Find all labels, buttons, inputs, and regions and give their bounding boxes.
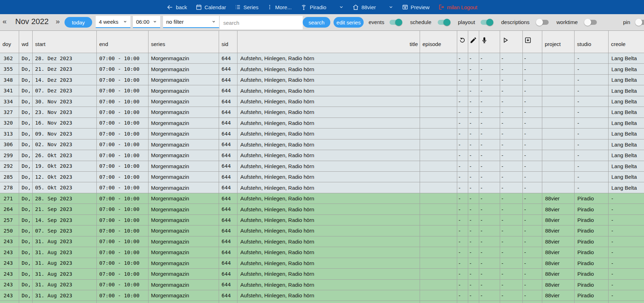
table-row[interactable]: 348Do,14. Dez 202307:00 - 10:00Morgenmag… xyxy=(0,75,644,85)
nav-calendar[interactable]: Calendar xyxy=(196,4,226,10)
flag-cell: - xyxy=(468,215,479,225)
logout-label: milan Logout xyxy=(447,4,477,10)
flag-cell: - xyxy=(500,301,523,303)
cell-series: Morgenmagazin xyxy=(149,118,219,128)
table-row[interactable]: 250Do,07. Sep 202307:00 - 10:00Morgenmag… xyxy=(0,225,644,236)
flag-cell: - xyxy=(523,301,542,303)
column-header-creole[interactable]: creole xyxy=(609,31,644,53)
toggle-events[interactable] xyxy=(389,19,402,26)
cell-episode xyxy=(420,53,457,63)
nav-more[interactable]: More... xyxy=(267,4,292,10)
preview-button[interactable]: Preview xyxy=(402,4,430,10)
back-label: back xyxy=(176,4,187,10)
search-button[interactable]: search xyxy=(303,17,330,28)
column-header-box-arrow-icon[interactable] xyxy=(523,31,542,53)
station-menu[interactable]: Piradio xyxy=(300,4,344,11)
column-header-series[interactable]: series xyxy=(149,31,219,53)
logout-button[interactable]: milan Logout xyxy=(438,4,477,10)
cell-start: 14. Dez 2023 xyxy=(33,75,97,85)
cell-studio: Piradio xyxy=(575,290,609,301)
flag-cell: - xyxy=(468,280,479,290)
table-row[interactable]: 243Do,31. Aug 202307:00 - 10:00Morgenmag… xyxy=(0,247,644,258)
toggle-pin[interactable] xyxy=(635,19,644,26)
table-row[interactable]: 334Do,30. Nov 202307:00 - 10:00Morgenmag… xyxy=(0,96,644,107)
cell-project xyxy=(542,182,575,193)
column-header-title[interactable]: title xyxy=(237,31,420,53)
column-header-doy[interactable]: doy xyxy=(0,31,19,53)
table-row[interactable]: 362Do,28. Dez 202307:00 - 10:00Morgenmag… xyxy=(0,53,644,64)
column-header-studio[interactable]: studio xyxy=(575,31,609,53)
cell-doy: 271 xyxy=(0,193,19,204)
table-row[interactable]: 243Do,31. Aug 202307:00 - 10:00Morgenmag… xyxy=(0,258,644,269)
cell-series: Morgenmagazin xyxy=(149,96,219,107)
toggle-descriptions[interactable] xyxy=(536,19,549,26)
search-input[interactable] xyxy=(220,16,303,29)
table-row[interactable]: 320Do,16. Nov 202307:00 - 10:00Morgenmag… xyxy=(0,118,644,128)
cell-end: 07:00 - 10:00 xyxy=(97,225,149,236)
column-header-play-icon[interactable] xyxy=(500,31,523,53)
cell-wd: Do, xyxy=(19,75,33,85)
cell-start: 05. Okt 2023 xyxy=(33,182,97,193)
column-header-start[interactable]: start xyxy=(33,31,97,53)
table-body: 362Do,28. Dez 202307:00 - 10:00Morgenmag… xyxy=(0,53,644,303)
table-row[interactable]: 355Do,21. Dez 202307:00 - 10:00Morgenmag… xyxy=(0,64,644,74)
table-row[interactable]: 292Do,19. Okt 202307:00 - 10:00Morgenmag… xyxy=(0,161,644,172)
column-header-wd[interactable]: wd xyxy=(19,31,33,53)
table-row[interactable]: 243Do,31. Aug 202307:00 - 10:00Morgenmag… xyxy=(0,269,644,279)
toggle-label-schedule: schedule xyxy=(410,19,431,25)
cell-series: Morgenmagazin xyxy=(149,75,219,85)
cell-project: 88vier xyxy=(542,258,575,268)
column-header-episode[interactable]: episode xyxy=(420,31,457,53)
table-row[interactable]: 264Do,21. Sep 202307:00 - 10:00Morgenmag… xyxy=(0,204,644,215)
next-period-button[interactable]: » xyxy=(56,17,60,25)
cell-creole: Lang Belta xyxy=(609,139,644,150)
filter-select[interactable]: no filter xyxy=(163,16,219,28)
column-header-pencil-icon[interactable] xyxy=(468,31,479,53)
today-button[interactable]: today xyxy=(65,17,92,28)
channel-menu[interactable]: 88vier xyxy=(352,4,393,11)
toggle-worktime[interactable] xyxy=(584,19,597,26)
table-row[interactable]: 299Do,26. Okt 202307:00 - 10:00Morgenmag… xyxy=(0,150,644,161)
table-row[interactable]: 341Do,07. Dez 202307:00 - 10:00Morgenmag… xyxy=(0,85,644,96)
column-header-mic-icon[interactable] xyxy=(479,31,500,53)
cell-creole: - xyxy=(609,280,644,290)
table-row[interactable]: 271Do,28. Sep 202307:00 - 10:00Morgenmag… xyxy=(0,193,644,204)
column-header-end[interactable]: end xyxy=(97,31,149,53)
flag-cell: - xyxy=(468,118,479,128)
table-row[interactable]: 278Do,05. Okt 202307:00 - 10:00Morgenmag… xyxy=(0,182,644,193)
toggle-label-worktime: worktime xyxy=(556,19,578,25)
column-header-sid[interactable]: sid xyxy=(219,31,237,53)
edit-series-button[interactable]: edit series xyxy=(334,17,364,28)
back-button[interactable]: back xyxy=(167,4,187,11)
cell-series: Morgenmagazin xyxy=(149,269,219,279)
table-row[interactable]: 243Do,31. Aug 202307:00 - 10:00Morgenmag… xyxy=(0,301,644,303)
table-row[interactable]: 327Do,23. Nov 202307:00 - 10:00Morgenmag… xyxy=(0,107,644,118)
table-row[interactable]: 313Do,09. Nov 202307:00 - 10:00Morgenmag… xyxy=(0,128,644,139)
column-header-project[interactable]: project xyxy=(542,31,575,53)
range-select[interactable]: 4 weeks xyxy=(96,16,130,28)
table-row[interactable]: 243Do,31. Aug 202307:00 - 10:00Morgenmag… xyxy=(0,280,644,290)
time-select[interactable]: 06:00 xyxy=(133,16,160,28)
cell-start: 09. Nov 2023 xyxy=(33,128,97,139)
table-row[interactable]: 306Do,02. Nov 202307:00 - 10:00Morgenmag… xyxy=(0,139,644,150)
prev-period-button[interactable]: « xyxy=(2,17,7,25)
column-header-undo-icon[interactable] xyxy=(457,31,468,53)
flag-cell: - xyxy=(500,182,523,193)
table-row[interactable]: 257Do,14. Sep 202307:00 - 10:00Morgenmag… xyxy=(0,215,644,225)
cell-episode xyxy=(420,193,457,204)
flag-cell: - xyxy=(457,85,468,96)
cell-wd: Do, xyxy=(19,85,33,96)
toggle-playout[interactable] xyxy=(480,19,493,26)
toggle-schedule[interactable] xyxy=(437,19,450,26)
table-row[interactable]: 285Do,12. Okt 202307:00 - 10:00Morgenmag… xyxy=(0,172,644,182)
table-row[interactable]: 243Do,31. Aug 202307:00 - 10:00Morgenmag… xyxy=(0,236,644,247)
cell-creole: - xyxy=(609,258,644,268)
cell-episode xyxy=(420,182,457,193)
cell-episode xyxy=(420,236,457,247)
cell-creole: - xyxy=(609,225,644,236)
cell-studio: Piradio xyxy=(575,280,609,290)
chevron-down-icon[interactable] xyxy=(339,5,344,10)
chevron-down-icon[interactable] xyxy=(388,5,393,10)
table-row[interactable]: 243Do,31. Aug 202307:00 - 10:00Morgenmag… xyxy=(0,290,644,301)
nav-series[interactable]: Series xyxy=(235,4,259,10)
